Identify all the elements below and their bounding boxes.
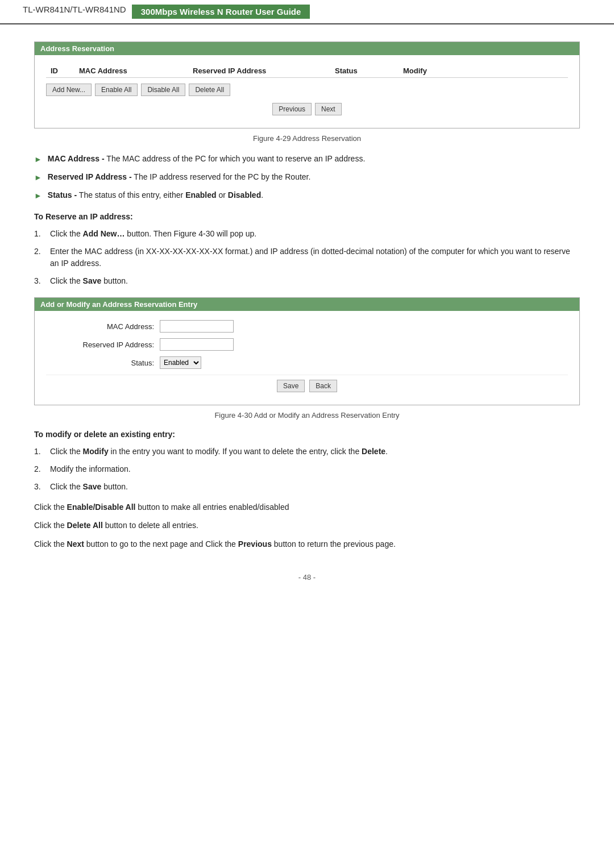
step-num-2-3: 3. — [34, 481, 50, 493]
para-next-prev: Click the Next button to go to the next … — [34, 538, 580, 550]
bullet-ip: ► Reserved IP Address - The IP address r… — [34, 171, 580, 184]
page-number: - 48 - — [34, 573, 580, 582]
table-nav-row: Previous Next — [46, 99, 568, 121]
header-title: 300Mbps Wireless N Router User Guide — [132, 5, 310, 19]
arrow-icon-3: ► — [34, 190, 42, 202]
form-row-status: Status: Enabled Disabled — [46, 356, 568, 369]
para-enable-disable: Click the Enable/Disable All button to m… — [34, 501, 580, 513]
step-num-1-2: 2. — [34, 246, 50, 258]
status-label: Status: — [46, 359, 160, 367]
col-status: Status — [330, 64, 399, 78]
section1-steps: 1. Click the Add New… button. Then Figur… — [34, 228, 580, 287]
arrow-icon-2: ► — [34, 172, 42, 184]
bullet-mac: ► MAC Address - The MAC address of the P… — [34, 153, 580, 165]
step1-2: 2. Enter the MAC address (in XX-XX-XX-XX… — [34, 246, 580, 269]
step-num-2-1: 1. — [34, 446, 50, 458]
step2-2-text: Modify the information. — [50, 463, 131, 475]
form-row-mac: MAC Address: — [46, 320, 568, 333]
step1-1: 1. Click the Add New… button. Then Figur… — [34, 228, 580, 240]
figure-29-box: Address Reservation ID MAC Address Reser… — [34, 41, 580, 128]
header-model: TL-WR841N/TL-WR841ND — [23, 5, 132, 19]
add-new-button[interactable]: Add New... — [46, 84, 92, 96]
figure-29-title: Address Reservation — [35, 42, 579, 55]
section2-steps: 1. Click the Modify in the entry you wan… — [34, 446, 580, 493]
form-save-button[interactable]: Save — [277, 380, 305, 392]
figure-30-caption: Figure 4-30 Add or Modify an Address Res… — [34, 411, 580, 420]
page-header: TL-WR841N/TL-WR841ND 300Mbps Wireless N … — [0, 0, 614, 24]
figure-29-caption: Figure 4-29 Address Reservation — [34, 134, 580, 143]
table-header-row: ID MAC Address Reserved IP Address Statu… — [46, 64, 568, 78]
bullet-ip-text: Reserved IP Address - The IP address res… — [48, 171, 311, 183]
mac-address-input[interactable] — [160, 320, 234, 333]
step2-2: 2. Modify the information. — [34, 463, 580, 475]
arrow-icon-1: ► — [34, 153, 42, 165]
figure-30-form: MAC Address: Reserved IP Address: Status… — [35, 311, 579, 405]
form-back-button[interactable]: Back — [309, 380, 337, 392]
previous-button[interactable]: Previous — [272, 103, 312, 115]
figure-29-table-area: ID MAC Address Reserved IP Address Statu… — [35, 55, 579, 128]
main-content: Address Reservation ID MAC Address Reser… — [0, 36, 614, 604]
reserved-ip-label: Reserved IP Address: — [46, 340, 160, 349]
section1-heading: To Reserve an IP address: — [34, 212, 580, 221]
status-select[interactable]: Enabled Disabled — [160, 356, 201, 369]
delete-all-button[interactable]: Delete All — [189, 84, 230, 96]
bullet-mac-text: MAC Address - The MAC address of the PC … — [48, 153, 365, 165]
bullet-status: ► Status - The status of this entry, eit… — [34, 189, 580, 202]
col-ip: Reserved IP Address — [188, 64, 330, 78]
col-mac: MAC Address — [74, 64, 188, 78]
step2-3-text: Click the Save button. — [50, 481, 128, 493]
section2-heading: To modify or delete an existing entry: — [34, 430, 580, 439]
disable-all-button[interactable]: Disable All — [141, 84, 185, 96]
step-num-2-2: 2. — [34, 463, 50, 475]
form-row-ip: Reserved IP Address: — [46, 338, 568, 351]
next-button[interactable]: Next — [315, 103, 342, 115]
col-modify: Modify — [399, 64, 568, 78]
figure-30-box: Add or Modify an Address Reservation Ent… — [34, 297, 580, 405]
col-id: ID — [46, 64, 74, 78]
form-button-row: Save Back — [46, 375, 568, 398]
step1-3-text: Click the Save button. — [50, 275, 128, 287]
step1-3: 3. Click the Save button. — [34, 275, 580, 287]
step1-2-text: Enter the MAC address (in XX-XX-XX-XX-XX… — [50, 246, 580, 269]
enable-all-button[interactable]: Enable All — [95, 84, 138, 96]
para-delete-all: Click the Delete All button to delete al… — [34, 519, 580, 531]
step-num-1-1: 1. — [34, 228, 50, 240]
step1-1-text: Click the Add New… button. Then Figure 4… — [50, 228, 256, 240]
table-button-row: Add New... Enable All Disable All Delete… — [46, 78, 568, 99]
bullet-status-text: Status - The status of this entry, eithe… — [48, 189, 263, 201]
reserved-ip-input[interactable] — [160, 338, 234, 351]
step2-3: 3. Click the Save button. — [34, 481, 580, 493]
bullet-list: ► MAC Address - The MAC address of the P… — [34, 153, 580, 202]
step2-1-text: Click the Modify in the entry you want t… — [50, 446, 388, 458]
step-num-1-3: 3. — [34, 275, 50, 287]
mac-address-label: MAC Address: — [46, 322, 160, 331]
figure-30-title: Add or Modify an Address Reservation Ent… — [35, 298, 579, 311]
address-reservation-table: ID MAC Address Reserved IP Address Statu… — [46, 64, 568, 78]
step2-1: 1. Click the Modify in the entry you wan… — [34, 446, 580, 458]
